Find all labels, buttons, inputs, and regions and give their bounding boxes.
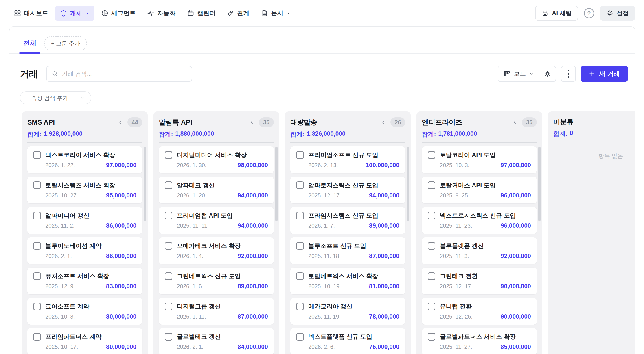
card-checkbox[interactable] bbox=[165, 182, 172, 189]
column-scrollbar[interactable] bbox=[538, 147, 541, 221]
card-checkbox[interactable] bbox=[428, 182, 435, 189]
deal-date: 2025. 11. 18. bbox=[308, 253, 340, 259]
card-checkbox[interactable] bbox=[165, 272, 172, 280]
card-checkbox[interactable] bbox=[33, 212, 41, 220]
deal-card[interactable]: 넥스트로지스틱스 신규 도입2025. 11. 23.96,000,000 bbox=[422, 207, 537, 234]
deal-card[interactable]: 디지털미디어 서비스 확장2026. 1. 30.98,000,000 bbox=[159, 146, 274, 173]
nav-item-objects[interactable]: 개체 bbox=[55, 6, 94, 21]
column-scrollbar[interactable] bbox=[275, 147, 278, 221]
ai-setting-label: AI 세팅 bbox=[552, 9, 572, 17]
card-checkbox[interactable] bbox=[428, 333, 435, 340]
card-checkbox[interactable] bbox=[33, 242, 41, 250]
card-checkbox[interactable] bbox=[33, 151, 41, 159]
column-enterprise: 엔터프라이즈 35 합계: 1,781,000,000 토탈코리아 API 도입… bbox=[416, 112, 542, 354]
help-icon[interactable]: ? bbox=[584, 8, 594, 18]
card-checkbox[interactable] bbox=[296, 151, 304, 159]
card-checkbox[interactable] bbox=[33, 272, 41, 280]
card-checkbox[interactable] bbox=[296, 212, 304, 220]
deal-card[interactable]: 블루플랫폼 갱신2025. 11. 3.92,000,000 bbox=[422, 237, 537, 264]
search-input[interactable] bbox=[62, 70, 187, 78]
column-name: 알림톡 API bbox=[159, 118, 192, 127]
tab-all[interactable]: 전체 bbox=[22, 39, 38, 53]
nav-item-documents[interactable]: 문서 bbox=[256, 6, 296, 21]
deal-amount: 78,000,000 bbox=[369, 313, 400, 320]
deal-date: 2026. 1. 11. bbox=[177, 314, 206, 320]
nav-item-segments[interactable]: 세그먼트 bbox=[96, 6, 140, 21]
deal-card[interactable]: 글로벌테크 갱신2026. 2. 1.84,000,000 bbox=[159, 328, 274, 354]
deal-card[interactable]: 글로벌파트너스 서비스 확장2025. 11. 27.85,000,000 bbox=[422, 328, 537, 354]
nav-item-calendar[interactable]: 캘린더 bbox=[182, 6, 220, 21]
card-checkbox[interactable] bbox=[165, 151, 172, 159]
divider bbox=[159, 142, 274, 143]
settings-button[interactable]: 설정 bbox=[600, 6, 635, 21]
deal-card[interactable]: 프리미엄랩 API 도입2025. 11. 11.94,000,000 bbox=[159, 207, 274, 234]
card-checkbox[interactable] bbox=[428, 272, 435, 280]
collapse-chevron-icon[interactable] bbox=[249, 119, 255, 125]
deal-card[interactable]: 프라임파트너스 계약2025. 10. 17.80,000,000 bbox=[28, 328, 142, 354]
deal-card[interactable]: 그린테크 전환2025. 12. 17.90,000,000 bbox=[422, 268, 537, 294]
add-group-button[interactable]: + 그룹 추가 bbox=[44, 36, 87, 50]
deal-card[interactable]: 코어소프트 계약2025. 10. 8.80,000,000 bbox=[28, 298, 142, 324]
collapse-chevron-icon[interactable] bbox=[512, 119, 518, 125]
card-checkbox[interactable] bbox=[296, 272, 304, 280]
card-checkbox[interactable] bbox=[165, 303, 172, 310]
deal-card[interactable]: 알파테크 갱신2026. 1. 20.94,000,000 bbox=[159, 177, 274, 204]
card-checkbox[interactable] bbox=[428, 212, 435, 220]
collapse-chevron-icon[interactable] bbox=[118, 119, 124, 125]
board-view-dropdown[interactable]: 보드 bbox=[498, 66, 539, 82]
card-checkbox[interactable] bbox=[33, 333, 41, 340]
deal-card[interactable]: 넥스트코리아 서비스 확장2026. 1. 22.97,000,000 bbox=[28, 146, 142, 173]
deal-card[interactable]: 토탈시스템즈 서비스 확장2025. 10. 27.95,000,000 bbox=[28, 177, 142, 204]
nav-item-automation[interactable]: 자동화 bbox=[142, 6, 180, 21]
card-checkbox[interactable] bbox=[428, 151, 435, 159]
add-property-filter-button[interactable]: + 속성 검색 추가 bbox=[20, 91, 91, 104]
chevron-down-icon bbox=[80, 95, 84, 100]
card-checkbox[interactable] bbox=[33, 303, 41, 310]
deal-card[interactable]: 디지털그룹 갱신2026. 1. 11.87,000,000 bbox=[159, 298, 274, 324]
chevron-down-icon bbox=[85, 11, 90, 16]
new-deal-button[interactable]: 새 거래 bbox=[581, 66, 628, 82]
card-checkbox[interactable] bbox=[428, 242, 435, 250]
card-checkbox[interactable] bbox=[296, 303, 304, 310]
view-settings-button[interactable] bbox=[540, 66, 556, 82]
collapse-chevron-icon[interactable] bbox=[380, 119, 386, 125]
card-checkbox[interactable] bbox=[296, 333, 304, 340]
deal-card[interactable]: 퓨처소프트 서비스 확장2025. 12. 9.83,000,000 bbox=[28, 268, 142, 294]
deal-card[interactable]: 오메가테크 서비스 확장2026. 1. 4.92,000,000 bbox=[159, 237, 274, 264]
card-checkbox[interactable] bbox=[428, 303, 435, 310]
deal-amount: 94,000,000 bbox=[238, 222, 268, 229]
deal-card[interactable]: 그린네트웍스 신규 도입2026. 1. 6.89,000,000 bbox=[159, 268, 274, 294]
ai-setting-button[interactable]: AI 세팅 bbox=[535, 6, 578, 21]
deal-card[interactable]: 알파미디어 갱신2025. 11. 2.86,000,000 bbox=[28, 207, 142, 234]
deal-date: 2025. 9. 25. bbox=[440, 192, 470, 199]
column-header: SMS API 44 bbox=[28, 117, 142, 127]
deal-card[interactable]: 유니랩 전환2025. 12. 26.90,000,000 bbox=[422, 298, 537, 324]
card-checkbox[interactable] bbox=[165, 333, 172, 340]
column-scrollbar[interactable] bbox=[406, 147, 409, 221]
deal-card[interactable]: 프리미엄소프트 신규 도입2026. 2. 13.100,000,000 bbox=[290, 146, 405, 173]
deal-card[interactable]: 토탈네트웍스 서비스 확장2025. 10. 19.81,000,000 bbox=[290, 268, 405, 294]
column-header: 알림톡 API 35 bbox=[159, 117, 274, 127]
search-box bbox=[46, 66, 192, 82]
settings-label: 설정 bbox=[616, 9, 629, 17]
deal-card[interactable]: 토탈코리아 API 도입2025. 10. 3.97,000,000 bbox=[422, 146, 537, 173]
nav-item-relations[interactable]: 관계 bbox=[222, 6, 254, 21]
column-scrollbar[interactable] bbox=[144, 147, 146, 221]
deal-card[interactable]: 토탈커머스 API 도입2025. 9. 25.96,000,000 bbox=[422, 177, 537, 204]
deal-card[interactable]: 프라임시스템즈 신규 도입2026. 1. 7.89,000,000 bbox=[290, 207, 405, 234]
segment-icon bbox=[101, 10, 108, 17]
hexagon-icon bbox=[60, 10, 67, 17]
more-options-button[interactable] bbox=[561, 66, 576, 82]
card-checkbox[interactable] bbox=[165, 242, 172, 250]
deal-card[interactable]: 블루이노베이션 계약2026. 2. 1.86,000,000 bbox=[28, 237, 142, 264]
deal-card[interactable]: 알파로지스틱스 신규 도입2025. 12. 17.94,000,000 bbox=[290, 177, 405, 204]
card-checkbox[interactable] bbox=[165, 212, 172, 220]
deal-card[interactable]: 넥스트플랫폼 신규 도입2026. 2. 6.76,000,000 bbox=[290, 328, 405, 354]
deal-card[interactable]: 블루소프트 신규 도입2025. 11. 18.87,000,000 bbox=[290, 237, 405, 264]
divider bbox=[553, 142, 636, 142]
nav-item-dashboard[interactable]: 대시보드 bbox=[9, 6, 53, 21]
card-checkbox[interactable] bbox=[33, 182, 41, 189]
card-checkbox[interactable] bbox=[296, 242, 304, 250]
card-checkbox[interactable] bbox=[296, 182, 304, 189]
deal-card[interactable]: 메가코리아 갱신2025. 11. 19.78,000,000 bbox=[290, 298, 405, 324]
